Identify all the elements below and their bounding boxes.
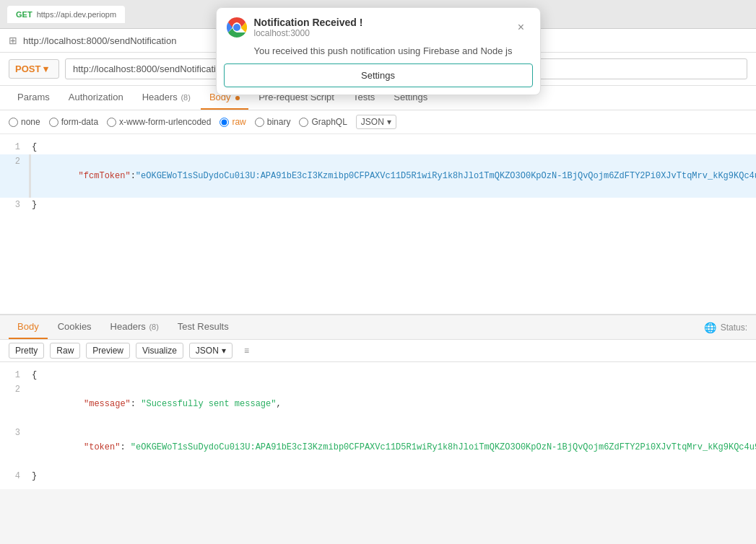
tab-url: https://api.dev.periopm [37,10,116,19]
notification-title-area: Notification Received ! localhost:3000 [227,17,363,38]
notification-header: Notification Received ! localhost:3000 × [217,8,540,43]
notification-close-button[interactable]: × [513,19,530,36]
view-raw-btn[interactable]: Raw [50,343,80,359]
chrome-logo-icon [227,17,247,38]
radio-raw[interactable]: raw [220,117,246,127]
tab-params[interactable]: Params [9,86,58,110]
resp-line-4: 4 } [0,469,756,483]
format-label: Pretty [15,346,38,356]
notification-title-text: Notification Received ! localhost:3000 [254,17,363,38]
status-label: Status: [721,323,747,333]
code-line-2: 2 "fcmToken":"eOKGEWoT1sSuDydoCu0i3U:APA… [0,154,756,198]
json-chevron: ▾ [387,117,391,127]
code-line-1: 1 { [0,140,756,154]
resp-line-2: 2 "message": "Sucessfully sent message", [0,382,756,426]
response-json-select[interactable]: JSON ▾ [189,343,233,359]
bottom-tab-cookies[interactable]: Cookies [49,315,100,339]
url-bar-label: http://localhost:8000/sendNotification [23,35,176,46]
bottom-tab-headers[interactable]: Headers (8) [102,315,168,339]
notification-settings-area: Settings [224,63,533,87]
response-json-chevron: ▾ [222,346,226,356]
network-icon: ⊞ [9,35,17,46]
view-preview-btn[interactable]: Preview [86,343,130,359]
notification-popup: Notification Received ! localhost:3000 ×… [216,7,541,95]
resp-line-1: 1 { [0,368,756,382]
method-value: POST [15,63,40,74]
tab-method: GET [16,10,32,19]
globe-icon: 🌐 [704,322,716,333]
status-area: 🌐 Status: [704,319,747,336]
response-format-select[interactable]: Pretty [9,343,44,359]
radio-form-data[interactable]: form-data [49,117,98,127]
radio-graphql[interactable]: GraphQL [299,117,347,127]
response-headers-badge: (8) [149,323,158,331]
method-chevron: ▾ [43,63,48,74]
bottom-tab-test-results[interactable]: Test Results [169,315,238,339]
format-btn[interactable]: ≡ [238,343,255,358]
tab-authorization[interactable]: Authorization [60,86,132,110]
response-body-viewer: 1 { 2 "message": "Sucessfully sent messa… [0,362,756,489]
resp-line-3: 3 "token": "eOKGEWoT1sSuDydoCu0i3U:APA91… [0,426,756,469]
method-select[interactable]: POST ▾ [9,59,59,79]
visualize-label: Visualize [142,346,177,356]
line-indicator [29,154,31,198]
view-visualize-btn[interactable]: Visualize [136,343,183,359]
code-line-3: 3 } [0,198,756,212]
radio-binary[interactable]: binary [255,117,291,127]
body-dot [235,96,240,100]
json-format-select[interactable]: JSON ▾ [356,115,396,129]
notification-body: You received this push notification usin… [217,43,540,63]
top-tab[interactable]: GET https://api.dev.periopm [7,6,125,23]
bottom-tabs-left: Body Cookies Headers (8) Test Results [9,315,238,339]
svg-point-2 [233,24,240,31]
headers-badge: (8) [181,93,190,102]
raw-label: Raw [56,346,74,356]
bottom-section: Body Cookies Headers (8) Test Results 🌐 … [0,315,756,489]
preview-label: Preview [92,346,123,356]
notification-settings-button[interactable]: Settings [224,63,533,87]
notification-host: localhost:3000 [254,28,363,38]
request-body-editor[interactable]: 1 { 2 "fcmToken":"eOKGEWoT1sSuDydoCu0i3U… [0,134,756,315]
bottom-tab-body[interactable]: Body [9,315,48,339]
radio-urlencoded[interactable]: x-www-form-urlencoded [107,117,211,127]
tab-headers[interactable]: Headers (8) [134,86,199,110]
radio-none[interactable]: none [9,117,40,127]
notification-title: Notification Received ! [254,17,363,28]
bottom-tabs-nav: Body Cookies Headers (8) Test Results 🌐 … [0,315,756,340]
body-options: none form-data x-www-form-urlencoded raw… [0,110,756,134]
bottom-toolbar: Pretty Raw Preview Visualize JSON ▾ ≡ [0,340,756,362]
